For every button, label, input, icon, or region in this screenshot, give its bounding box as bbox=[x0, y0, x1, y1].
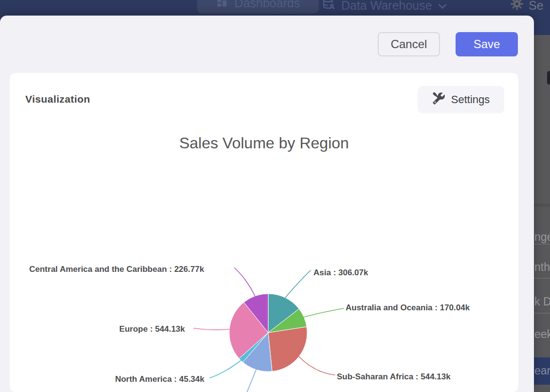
pie-label: Australia and Oceania : 170.04k bbox=[346, 303, 470, 313]
nav-item-settings[interactable]: Se bbox=[510, 0, 544, 14]
pie-leader-line bbox=[299, 356, 335, 375]
background-dark-button-fragment bbox=[547, 71, 550, 85]
nav-tab-dashboards[interactable]: Dashboards bbox=[197, 0, 319, 14]
pie-label: Asia : 306.07k bbox=[313, 268, 368, 278]
list-divider bbox=[534, 278, 550, 279]
pie-chart-svg bbox=[10, 73, 518, 392]
pie-leader-line bbox=[210, 360, 241, 378]
nav-item-data-warehouse-label: Data Warehouse bbox=[341, 0, 432, 13]
nav-item-data-warehouse[interactable]: Data Warehouse bbox=[323, 0, 447, 14]
list-divider bbox=[534, 313, 550, 314]
list-item-fragment: eek bbox=[534, 328, 550, 341]
visualization-card: Visualization Settings Sales Volume by R… bbox=[10, 73, 518, 392]
list-divider bbox=[534, 244, 550, 245]
nav-item-settings-label: Se bbox=[529, 0, 544, 13]
list-item-fragment: k D bbox=[534, 295, 550, 308]
list-item-selected-fragment: ear bbox=[534, 357, 550, 385]
cancel-button[interactable]: Cancel bbox=[378, 32, 440, 56]
database-icon bbox=[323, 0, 335, 13]
list-item-fragment: ear bbox=[534, 364, 550, 377]
pie-label: North America : 45.34k bbox=[115, 374, 204, 384]
pie-leader-line bbox=[285, 270, 311, 298]
pie-label: Europe : 544.13k bbox=[119, 324, 185, 334]
save-button[interactable]: Save bbox=[456, 32, 518, 56]
background-occluded-list: nge nth k D eek ear bbox=[534, 35, 550, 392]
dashboards-icon bbox=[216, 0, 229, 11]
chevron-down-icon bbox=[438, 0, 447, 13]
gear-icon bbox=[510, 0, 524, 14]
pie-chart: Asia : 306.07kAustralia and Oceania : 17… bbox=[10, 73, 518, 392]
pie-slice-sub-saharan-africa[interactable] bbox=[268, 327, 307, 372]
pie-leader-line bbox=[194, 328, 229, 330]
list-item-fragment: nge bbox=[534, 231, 550, 244]
background-list-header-band bbox=[534, 203, 550, 207]
chart-editor-modal: Cancel Save Visualization Settings Sales… bbox=[0, 16, 534, 392]
list-item-fragment: nth bbox=[534, 261, 550, 274]
nav-tab-dashboards-label: Dashboards bbox=[235, 0, 300, 10]
pie-label: Sub-Saharan Africa : 544.13k bbox=[337, 372, 451, 382]
pie-leader-line bbox=[247, 369, 257, 392]
pie-label: Central America and the Caribbean : 226.… bbox=[29, 265, 230, 274]
pie-leader-line bbox=[235, 268, 255, 296]
pie-leader-line bbox=[304, 308, 344, 317]
